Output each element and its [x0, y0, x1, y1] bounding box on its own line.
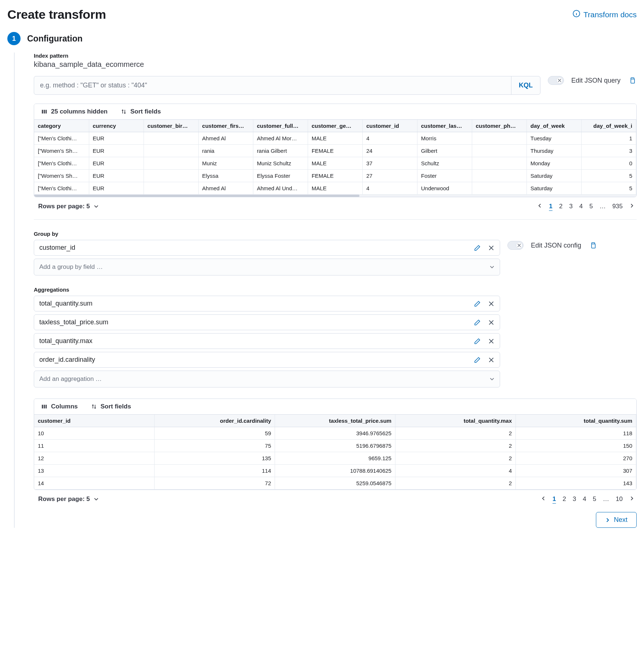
close-icon[interactable]: [488, 245, 495, 251]
aggregation-item-label: taxless_total_price.sum: [39, 318, 474, 326]
transform-docs-label: Transform docs: [583, 10, 637, 19]
page-number[interactable]: 1: [553, 495, 556, 503]
page-number[interactable]: 2: [559, 203, 562, 210]
aggregation-item: total_quantity.max: [34, 333, 500, 349]
col-header[interactable]: customer_full…: [253, 120, 308, 132]
close-icon[interactable]: [488, 319, 495, 326]
table-row: ["Men's Clothi…EURAhmed AlAhmed Al Und…M…: [34, 182, 636, 195]
copy-config-button[interactable]: [589, 241, 597, 250]
next-page-button[interactable]: [629, 203, 634, 210]
source-grid: 25 columns hidden Sort fields category c…: [34, 104, 637, 197]
edit-icon[interactable]: [474, 319, 481, 326]
page-number[interactable]: 10: [616, 495, 623, 503]
group-by-item-label: customer_id: [39, 244, 474, 252]
table-row: ["Women's Sh…EURElyssaElyssa FosterFEMAL…: [34, 170, 636, 182]
page-number[interactable]: 935: [612, 203, 623, 210]
columns-label: Columns: [51, 403, 78, 410]
col-header[interactable]: customer_id: [362, 120, 417, 132]
page-title: Create transform: [7, 7, 106, 22]
page-number[interactable]: 3: [569, 203, 572, 210]
close-icon[interactable]: [488, 357, 495, 363]
transform-docs-link[interactable]: Transform docs: [572, 10, 637, 19]
edit-icon[interactable]: [474, 357, 481, 363]
aggregations-label: Aggregations: [34, 286, 500, 293]
rows-per-page-button[interactable]: Rows per page: 5: [36, 202, 101, 210]
edit-json-config-switch[interactable]: [507, 241, 524, 250]
table-row: ["Men's Clothi…EURAhmed AlAhmed Al Mor…M…: [34, 132, 636, 145]
chevron-right-icon: [605, 518, 610, 523]
svg-rect-8: [46, 405, 47, 408]
table-row: 14725259.05468752143: [34, 477, 636, 490]
col-header[interactable]: category: [34, 120, 89, 132]
aggregation-item-label: total_quantity.max: [39, 337, 474, 345]
aggregation-item-label: order_id.cardinality: [39, 356, 474, 364]
table-row: 121359659.1252270: [34, 452, 636, 465]
kql-button[interactable]: KQL: [511, 76, 540, 94]
chevron-down-icon: [489, 376, 495, 382]
col-header[interactable]: total_quantity.max: [395, 415, 516, 427]
col-header[interactable]: customer_ph…: [472, 120, 527, 132]
edit-icon[interactable]: [474, 338, 481, 345]
page-number[interactable]: 2: [562, 495, 566, 503]
col-header[interactable]: customer_firs…: [198, 120, 253, 132]
close-icon[interactable]: [488, 300, 495, 307]
columns-hidden-button[interactable]: 25 columns hidden: [39, 108, 110, 116]
columns-hidden-label: 25 columns hidden: [51, 108, 108, 115]
col-header[interactable]: order_id.cardinality: [155, 415, 275, 427]
svg-rect-5: [591, 244, 595, 248]
aggregation-item-label: total_quantity.sum: [39, 300, 474, 307]
table-row: ["Men's Clothi…EURMunizMuniz SchultzMALE…: [34, 157, 636, 170]
rows-per-page-button[interactable]: Rows per page: 5: [36, 495, 101, 503]
prev-page-button[interactable]: [537, 203, 542, 210]
page-number[interactable]: 1: [549, 203, 552, 210]
col-header[interactable]: customer_las…: [417, 120, 472, 132]
table-row: ["Women's Sh…EURraniarania GilbertFEMALE…: [34, 145, 636, 157]
group-by-label: Group by: [34, 231, 500, 237]
add-aggregation-placeholder: Add an aggregation …: [39, 375, 102, 383]
preview-pagination: 1 2 3 4 5 … 10: [541, 495, 634, 503]
edit-icon[interactable]: [474, 245, 481, 251]
svg-rect-3: [44, 110, 45, 113]
next-page-button[interactable]: [629, 495, 634, 503]
edit-json-query-switch[interactable]: [548, 76, 564, 85]
index-pattern-label: Index pattern: [34, 53, 637, 59]
rows-per-page-label: Rows per page: 5: [38, 495, 90, 503]
edit-json-query-label: Edit JSON query: [571, 77, 621, 84]
col-header[interactable]: customer_id: [34, 415, 155, 427]
next-button[interactable]: Next: [596, 512, 637, 528]
sort-fields-button[interactable]: Sort fields: [119, 108, 163, 116]
add-group-by-input[interactable]: Add a group by field …: [34, 259, 500, 275]
query-bar: KQL: [34, 76, 540, 95]
index-pattern-value: kibana_sample_data_ecommerce: [34, 60, 637, 69]
col-header[interactable]: currency: [89, 120, 144, 132]
svg-rect-6: [42, 405, 43, 408]
close-icon[interactable]: [488, 338, 495, 345]
svg-rect-2: [42, 110, 43, 113]
table-row: 10593946.97656252118: [34, 427, 636, 440]
col-header[interactable]: customer_ge…: [308, 120, 362, 132]
col-header[interactable]: taxless_total_price.sum: [275, 415, 395, 427]
col-header[interactable]: day_of_week_i: [581, 120, 636, 132]
sort-fields-label: Sort fields: [130, 108, 161, 115]
chevron-down-icon: [489, 264, 495, 270]
edit-icon[interactable]: [474, 300, 481, 307]
page-number[interactable]: 5: [593, 495, 596, 503]
col-header[interactable]: customer_bir…: [144, 120, 198, 132]
page-number[interactable]: 5: [589, 203, 593, 210]
query-input[interactable]: [34, 76, 511, 94]
columns-button[interactable]: Columns: [39, 403, 80, 411]
docs-icon: [572, 10, 580, 19]
col-header[interactable]: total_quantity.sum: [516, 415, 636, 427]
page-ellipsis: …: [603, 495, 609, 503]
horizontal-scrollbar[interactable]: [34, 195, 636, 197]
copy-query-button[interactable]: [628, 76, 637, 85]
page-number[interactable]: 4: [583, 495, 586, 503]
page-number[interactable]: 3: [573, 495, 576, 503]
col-header[interactable]: day_of_week: [527, 120, 581, 132]
group-by-item: customer_id: [34, 240, 500, 256]
page-number[interactable]: 4: [579, 203, 583, 210]
sort-fields-button[interactable]: Sort fields: [89, 403, 133, 411]
add-aggregation-input[interactable]: Add an aggregation …: [34, 371, 500, 387]
svg-rect-7: [44, 405, 45, 408]
prev-page-button[interactable]: [541, 495, 546, 503]
